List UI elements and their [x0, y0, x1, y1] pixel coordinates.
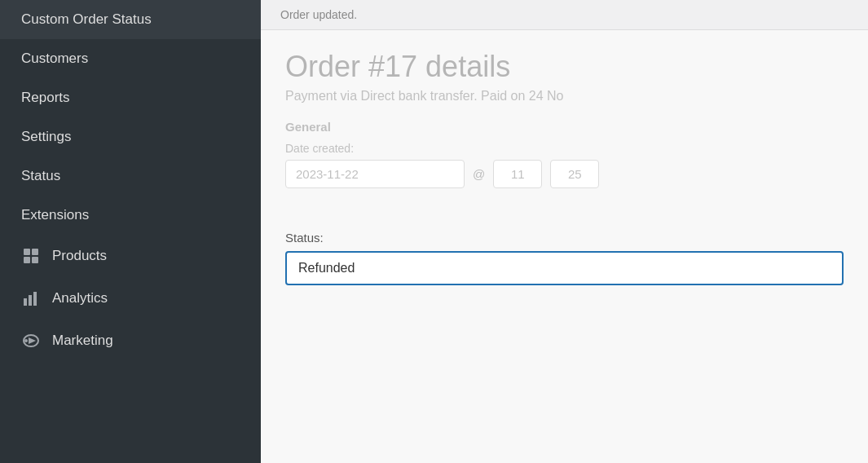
sidebar-item-products[interactable]: Products — [0, 235, 261, 277]
analytics-icon — [21, 289, 41, 308]
sidebar-item-marketing[interactable]: Marketing — [0, 320, 261, 362]
svg-marker-8 — [29, 337, 36, 344]
sidebar-item-label: Status — [21, 168, 60, 184]
general-label: General — [285, 120, 844, 134]
sidebar-item-label: Settings — [21, 129, 71, 145]
at-symbol: @ — [473, 167, 485, 181]
hour-input[interactable]: 11 — [493, 160, 542, 188]
svg-rect-2 — [24, 257, 30, 263]
sidebar-item-label: Customers — [21, 51, 88, 67]
sidebar-item-customers[interactable]: Customers — [0, 39, 261, 78]
order-title: Order #17 details — [285, 50, 844, 84]
sidebar-item-status[interactable]: Status — [0, 157, 261, 196]
svg-rect-6 — [33, 292, 37, 306]
sidebar-item-settings[interactable]: Settings — [0, 117, 261, 157]
status-select[interactable]: Refunded — [285, 251, 844, 285]
order-updated-bar: Order updated. — [261, 0, 868, 30]
sidebar-item-label: Extensions — [21, 207, 89, 223]
svg-rect-3 — [32, 257, 38, 263]
order-details-section: Order #17 details Payment via Direct ban… — [261, 30, 868, 218]
date-row: 2023-11-22 @ 11 25 — [285, 160, 844, 188]
svg-rect-0 — [24, 249, 30, 255]
sidebar-item-extensions[interactable]: Extensions — [0, 196, 261, 235]
svg-rect-5 — [29, 295, 32, 306]
sidebar-item-label: Custom Order Status — [21, 11, 152, 28]
svg-point-9 — [24, 339, 28, 342]
sidebar-item-label: Marketing — [52, 333, 113, 349]
sidebar: Custom Order Status Customers Reports Se… — [0, 0, 261, 463]
products-icon — [21, 246, 41, 266]
sidebar-item-analytics[interactable]: Analytics — [0, 277, 261, 320]
sidebar-item-reports[interactable]: Reports — [0, 78, 261, 117]
minute-input[interactable]: 25 — [550, 160, 599, 188]
sidebar-item-label: Reports — [21, 90, 70, 106]
svg-rect-4 — [24, 298, 27, 306]
date-created-label: Date created: — [285, 142, 844, 155]
status-section: Status: Refunded — [261, 218, 868, 298]
sidebar-item-label: Products — [52, 248, 107, 264]
date-input[interactable]: 2023-11-22 — [285, 160, 465, 188]
sidebar-item-custom-order-status[interactable]: Custom Order Status — [0, 0, 261, 39]
status-label: Status: — [285, 231, 844, 245]
order-subtitle: Payment via Direct bank transfer. Paid o… — [285, 89, 844, 104]
order-updated-text: Order updated. — [280, 8, 357, 21]
main-content: Order updated. Order #17 details Payment… — [261, 0, 868, 463]
svg-rect-1 — [32, 249, 38, 255]
sidebar-item-label: Analytics — [52, 290, 108, 306]
marketing-icon — [21, 331, 41, 351]
status-value: Refunded — [298, 261, 355, 276]
